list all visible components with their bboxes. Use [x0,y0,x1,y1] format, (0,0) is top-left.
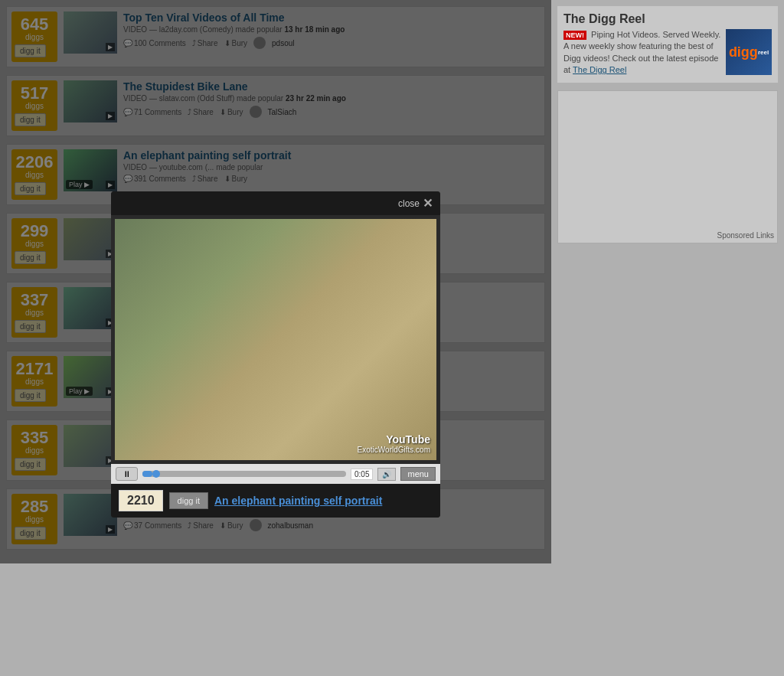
modal-video-title[interactable]: An elephant painting self portrait [214,495,382,507]
progress-fill [142,471,152,477]
time-display: 0:05 [351,469,373,480]
video-frame: YouTube ExoticWorldGifts.com [115,219,436,460]
close-icon[interactable]: ✕ [423,196,433,211]
digg-reel-link[interactable]: The Digg Reel [573,65,626,74]
youtube-watermark: YouTube [358,433,430,446]
modal-digg-count: 2210 [119,490,163,511]
close-button[interactable]: close ✕ [398,196,433,211]
video-modal: close ✕ YouTube ExoticWorldGifts.com ⏸ [111,191,440,518]
exotic-watermark: ExoticWorldGifts.com [358,446,430,454]
video-controls: ⏸ 0:05 🔊 menu [111,464,440,484]
close-label: close [398,198,420,209]
pause-button[interactable]: ⏸ [116,467,138,481]
digg-reel-logo: digg reel [726,29,772,75]
modal-digg-it-button[interactable]: digg it [169,492,208,509]
modal-footer: 2210 digg it An elephant painting self p… [111,484,440,518]
video-placeholder: YouTube ExoticWorldGifts.com [115,219,436,460]
digg-reel-title: The Digg Reel [564,12,772,26]
volume-button[interactable]: 🔊 [377,468,396,481]
sponsored-links-box: Sponsored Links [557,90,778,243]
digg-reel-text: NEW! Piping Hot Videos. Served Weekly. A… [564,29,721,77]
progress-dot [152,470,160,478]
new-badge: NEW! [564,31,586,40]
progress-bar[interactable] [142,471,346,477]
menu-button[interactable]: menu [400,467,436,481]
modal-overlay[interactable]: close ✕ YouTube ExoticWorldGifts.com ⏸ [0,0,551,563]
sponsored-label: Sponsored Links [561,231,774,240]
digg-reel-box: The Digg Reel NEW! Piping Hot Videos. Se… [557,6,778,83]
modal-header: close ✕ [111,191,440,215]
